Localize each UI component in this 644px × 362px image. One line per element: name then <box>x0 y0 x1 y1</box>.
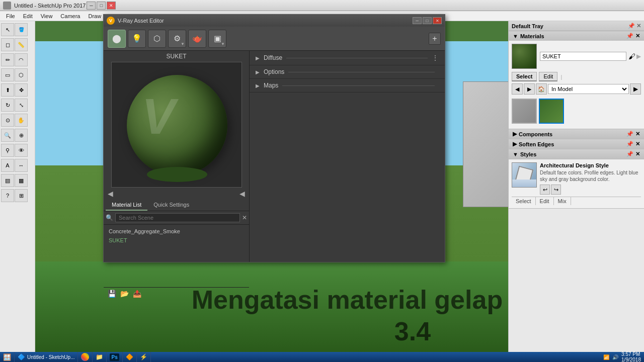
toolbar-dim-tool[interactable]: ↔ <box>15 159 28 172</box>
taskbar-vray-btn[interactable]: ⚡ <box>137 352 151 362</box>
vray-tab-material-list[interactable]: Material List <box>106 200 147 211</box>
toolbar-orbit-tool[interactable]: ⊙ <box>1 114 14 127</box>
vray-diffuse-row[interactable]: ▶ Diffuse ⋮ <box>250 51 445 65</box>
maximize-button[interactable]: □ <box>97 2 106 10</box>
close-button[interactable]: ✕ <box>107 2 116 10</box>
soften-pin-btn[interactable]: 📌 <box>626 141 633 147</box>
toolbar-arc-tool[interactable]: ◠ <box>15 53 28 66</box>
components-close-btn[interactable]: ✕ <box>635 131 640 137</box>
styles-nav-tabs: Select Edit Mix <box>512 197 641 205</box>
toolbar-walk-tool[interactable]: ⚲ <box>1 144 14 157</box>
styles-select-tab[interactable]: Select <box>512 197 536 205</box>
vray-maps-row[interactable]: ▶ Maps <box>250 79 445 93</box>
toolbar-paint-tool[interactable]: 🪣 <box>15 23 28 36</box>
material-paint-icon[interactable]: 🖌 <box>628 52 635 60</box>
toolbar-eraser-tool[interactable]: ◻ <box>1 38 14 51</box>
vray-tab-quick-settings[interactable]: Quick Settings <box>147 200 195 211</box>
vray-material-btn[interactable]: ⬤ <box>108 30 126 48</box>
menu-draw[interactable]: Draw <box>84 12 105 20</box>
vray-save-icon[interactable]: 💾 <box>108 290 116 298</box>
soften-close-btn[interactable]: ✕ <box>635 141 640 147</box>
vray-search-clear-btn[interactable]: ✕ <box>242 214 247 221</box>
components-pin-btn[interactable]: 📌 <box>626 131 633 137</box>
vray-material-item-concrete[interactable]: Concrete_Aggregate_Smoke <box>106 227 247 236</box>
taskbar-sketchup2-btn[interactable]: 🔶 <box>123 352 137 362</box>
toolbar-zoom-tool[interactable]: 🔍 <box>1 129 14 142</box>
toolbar-select-tool[interactable]: ↖ <box>1 23 14 36</box>
toolbar-look-tool[interactable]: 👁 <box>15 144 28 157</box>
taskbar-clock: 3:57 PM 1/9/2018 <box>621 351 641 362</box>
styles-label: Styles <box>520 151 536 157</box>
vray-material-item-suket[interactable]: SUKET <box>106 236 247 245</box>
styles-section-header[interactable]: ▼ Styles 📌 ✕ <box>509 149 644 159</box>
toolbar-shape-tool[interactable]: ⬡ <box>15 68 28 81</box>
material-swatch-green[interactable] <box>539 99 564 124</box>
vray-add-asset-btn[interactable]: + <box>429 33 441 45</box>
toolbar-axes-tool[interactable]: ⊞ <box>15 189 28 202</box>
styles-update-right-btn[interactable]: ↪ <box>551 185 561 195</box>
vray-render-btn[interactable]: 🫖 <box>188 30 206 48</box>
taskbar-ps-btn[interactable]: Ps <box>107 352 122 362</box>
styles-pin-btn[interactable]: 📌 <box>626 151 633 157</box>
vray-light-btn[interactable]: 💡 <box>128 30 146 48</box>
vray-diffuse-menu-btn[interactable]: ⋮ <box>432 54 439 62</box>
vray-open-icon[interactable]: 📂 <box>120 290 129 298</box>
toolbar-section-tool[interactable]: ▤ <box>1 174 14 187</box>
styles-update-left-btn[interactable]: ↩ <box>540 185 550 195</box>
styles-edit-tab[interactable]: Edit <box>536 197 554 205</box>
taskbar-chrome-btn[interactable] <box>78 352 93 362</box>
soften-edges-section[interactable]: ▶ Soften Edges 📌 ✕ <box>509 139 644 149</box>
material-nav-fwd-btn[interactable]: ▶ <box>630 83 641 95</box>
material-back-btn[interactable]: ◀ <box>512 83 523 95</box>
vray-geometry-btn[interactable]: ⬡ <box>148 30 166 48</box>
toolbar-pan-tool[interactable]: ✋ <box>15 114 28 127</box>
vray-settings-btn[interactable]: ⚙ ▼ <box>168 30 186 48</box>
toolbar-section2-tool[interactable]: ▦ <box>15 174 28 187</box>
material-name-input[interactable] <box>540 52 626 61</box>
taskbar-start-btn[interactable]: 🪟 <box>0 352 15 362</box>
taskbar-explorer-btn[interactable]: 📁 <box>93 352 107 362</box>
right-panel-close-btn[interactable]: ✕ <box>636 23 641 29</box>
material-location-select[interactable]: In Model <box>548 84 629 94</box>
toolbar-move-tool[interactable]: ✥ <box>15 83 28 97</box>
vray-maximize-btn[interactable]: □ <box>423 17 432 24</box>
toolbar-rect-tool[interactable]: ▭ <box>1 68 14 81</box>
components-section[interactable]: ▶ Components 📌 ✕ <box>509 129 644 139</box>
vray-options-row[interactable]: ▶ Options <box>250 65 445 79</box>
vray-export-icon[interactable]: 📤 <box>133 290 141 298</box>
materials-pin-btn[interactable]: 📌 <box>626 33 633 39</box>
material-select-btn[interactable]: Select <box>512 72 537 81</box>
toolbar-zoomfit-tool[interactable]: ⊕ <box>15 129 28 142</box>
materials-section-label: Materials <box>520 33 544 39</box>
vray-collapse-btn[interactable]: ◀ <box>237 189 247 199</box>
material-fwd-btn[interactable]: ▶ <box>524 83 535 95</box>
toolbar-rotate-tool[interactable]: ↻ <box>1 99 14 112</box>
toolbar-text-tool[interactable]: A <box>1 159 14 172</box>
material-swatch-gray[interactable] <box>512 99 537 124</box>
toolbar-scale-tool[interactable]: ⤡ <box>15 99 28 112</box>
materials-close-btn[interactable]: ✕ <box>635 33 640 39</box>
styles-mix-tab[interactable]: Mix <box>554 197 571 205</box>
menu-view[interactable]: View <box>37 12 57 20</box>
materials-section-header[interactable]: ▼ Materials 📌 ✕ <box>509 31 644 41</box>
soften-label: Soften Edges <box>519 141 554 147</box>
toolbar-query-tool[interactable]: ? <box>1 189 14 202</box>
vray-prev-material-btn[interactable]: ◀ <box>106 189 115 199</box>
taskbar-sketchup-btn[interactable]: 🔷 Untitled - SketchUp... <box>15 352 78 362</box>
material-edit-btn[interactable]: Edit <box>539 72 557 81</box>
toolbar-push-tool[interactable]: ⬆ <box>1 83 14 97</box>
vray-close-btn[interactable]: ✕ <box>433 17 442 24</box>
vray-minimize-btn[interactable]: ─ <box>413 17 422 24</box>
styles-close-btn[interactable]: ✕ <box>635 151 640 157</box>
vray-renderv-btn[interactable]: ▣ ▼ <box>208 30 226 48</box>
vray-search-input[interactable] <box>115 213 240 222</box>
menu-camera[interactable]: Camera <box>56 12 84 20</box>
toolbar-pencil-tool[interactable]: ✏ <box>1 53 14 66</box>
vray-right-panel: ▶ Diffuse ⋮ ▶ Options ▶ Maps <box>250 51 445 262</box>
menu-file[interactable]: File <box>2 12 19 20</box>
toolbar-tape-tool[interactable]: 📏 <box>15 38 28 51</box>
right-panel-pin-btn[interactable]: 📌 <box>628 23 635 29</box>
menu-edit[interactable]: Edit <box>19 12 37 20</box>
minimize-button[interactable]: ─ <box>87 2 96 10</box>
material-home-btn[interactable]: 🏠 <box>536 83 547 95</box>
